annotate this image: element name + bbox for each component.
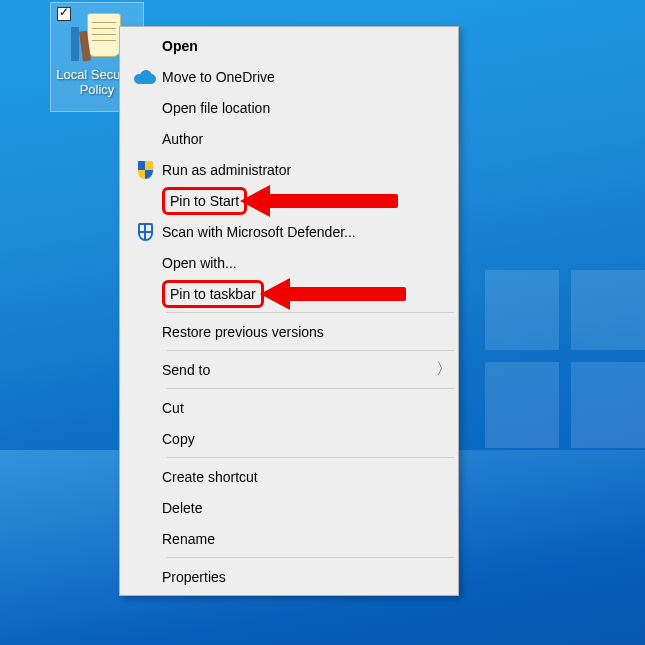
menu-label: Open file location <box>162 100 456 116</box>
menu-label: Open with... <box>162 255 456 271</box>
desktop[interactable]: Local Security Policy Open Move to OneDr… <box>0 0 645 645</box>
menu-item-delete[interactable]: Delete <box>122 492 456 523</box>
menu-separator <box>166 312 454 313</box>
menu-label: Send to <box>162 362 432 378</box>
menu-item-copy[interactable]: Copy <box>122 423 456 454</box>
menu-item-send-to[interactable]: Send to 〉 <box>122 354 456 385</box>
menu-separator <box>166 388 454 389</box>
menu-label: Run as administrator <box>162 162 456 178</box>
menu-label: Move to OneDrive <box>162 69 456 85</box>
security-policy-icon <box>71 11 123 63</box>
menu-item-open[interactable]: Open <box>122 30 456 61</box>
menu-label: Cut <box>162 400 456 416</box>
menu-label: Create shortcut <box>162 469 456 485</box>
menu-item-rename[interactable]: Rename <box>122 523 456 554</box>
selection-checkbox-icon[interactable] <box>57 7 71 21</box>
menu-item-open-file-location[interactable]: Open file location <box>122 92 456 123</box>
annotation-highlight-box: Pin to taskbar <box>162 280 264 308</box>
menu-label: Properties <box>162 569 456 585</box>
menu-item-cut[interactable]: Cut <box>122 392 456 423</box>
menu-item-create-shortcut[interactable]: Create shortcut <box>122 461 456 492</box>
menu-item-properties[interactable]: Properties <box>122 561 456 592</box>
menu-label: Open <box>162 38 456 54</box>
defender-shield-icon <box>128 223 162 241</box>
menu-separator <box>166 457 454 458</box>
menu-item-pin-to-start[interactable]: Pin to Start <box>122 185 456 216</box>
menu-label: Author <box>162 131 456 147</box>
menu-item-author[interactable]: Author <box>122 123 456 154</box>
menu-label: Rename <box>162 531 456 547</box>
menu-item-run-as-administrator[interactable]: Run as administrator <box>122 154 456 185</box>
menu-item-move-to-onedrive[interactable]: Move to OneDrive <box>122 61 456 92</box>
submenu-chevron-right-icon: 〉 <box>432 359 456 380</box>
onedrive-cloud-icon <box>128 70 162 84</box>
menu-item-pin-to-taskbar[interactable]: Pin to taskbar <box>122 278 456 309</box>
menu-label: Restore previous versions <box>162 324 456 340</box>
menu-item-scan-with-defender[interactable]: Scan with Microsoft Defender... <box>122 216 456 247</box>
annotation-highlight-box: Pin to Start <box>162 187 247 215</box>
menu-separator <box>166 557 454 558</box>
menu-label: Copy <box>162 431 456 447</box>
menu-item-restore-previous-versions[interactable]: Restore previous versions <box>122 316 456 347</box>
windows-logo-watermark <box>485 270 645 450</box>
menu-label: Delete <box>162 500 456 516</box>
menu-item-open-with[interactable]: Open with... <box>122 247 456 278</box>
menu-label: Scan with Microsoft Defender... <box>162 224 456 240</box>
context-menu: Open Move to OneDrive Open file location… <box>119 26 459 596</box>
menu-separator <box>166 350 454 351</box>
uac-shield-icon <box>128 161 162 179</box>
